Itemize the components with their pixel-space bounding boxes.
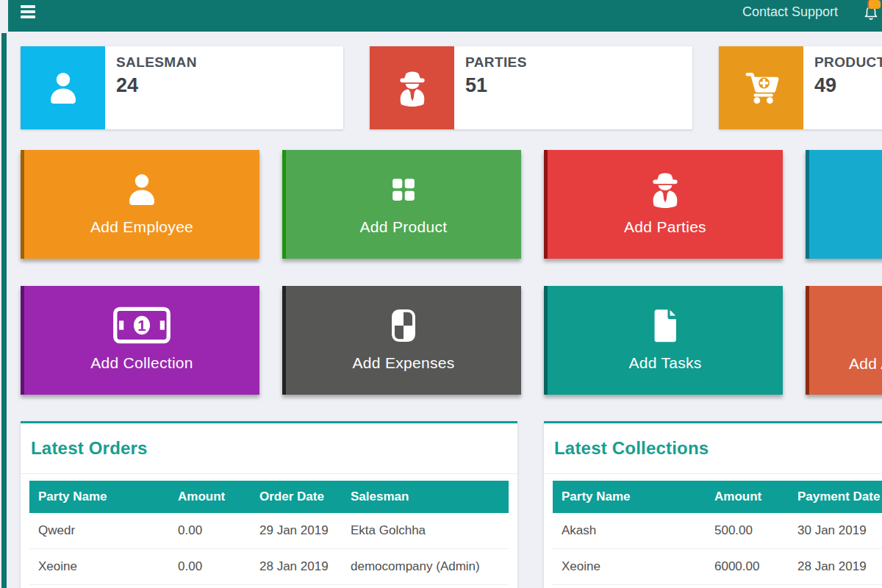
action-label: Add Parties [624,218,706,236]
stat-card-parties[interactable]: PARTIES 51 [370,46,692,129]
table-row: Qwedr 0.00 29 Jan 2019 Ekta Golchha [29,513,509,549]
action-button-clipped-2[interactable]: Add A [806,286,882,395]
stat-value: 49 [814,74,882,97]
svg-text:1: 1 [137,318,146,334]
panel-title: Latest Collections [544,423,882,474]
notification-badge [867,0,881,9]
cell-party-name: Xeoine [29,549,169,585]
column-header: Amount [169,481,251,513]
latest-collections-panel: Latest Collections Party Name Amount Pay… [544,421,882,588]
cell-amount: 0.00 [169,549,251,585]
notification-bell-icon[interactable] [862,4,880,23]
latest-orders-table: Party Name Amount Order Date Salesman Qw… [29,481,509,585]
add-product-button[interactable]: Add Product [282,150,521,259]
column-header: Payment Date [789,481,882,513]
table-header-row: Party Name Amount Order Date Salesman [29,481,509,513]
hamburger-menu-icon[interactable] [21,5,35,20]
stat-label: PARTIES [465,54,527,71]
latest-orders-panel: Latest Orders Party Name Amount Order Da… [21,421,517,588]
sidebar-edge [1,33,7,588]
action-label: Add A [849,355,882,373]
stat-card-salesman[interactable]: SALESMAN 24 [21,46,343,129]
cell-amount: 6000.00 [706,549,789,585]
panel-title: Latest Orders [21,423,517,474]
stat-label: PRODUCTS [814,54,882,71]
checkerboard-icon [383,304,424,346]
latest-collections-table: Party Name Amount Payment Date Akash 500… [553,481,882,585]
add-employee-button[interactable]: Add Employee [21,150,259,259]
column-header: Order Date [251,481,342,513]
user-icon [121,168,162,210]
add-expenses-button[interactable]: Add Expenses [282,286,521,395]
add-collection-button[interactable]: 1 Add Collection [21,286,259,395]
column-header: Party Name [553,481,706,513]
spy-icon [645,168,686,210]
cell-party-name: Akash [553,513,706,549]
cell-salesman: democompany (Admin) [342,549,509,585]
file-icon [645,304,686,346]
cell-order-date: 28 Jan 2019 [251,549,342,585]
cell-amount: 0.00 [169,513,251,549]
column-header: Amount [706,481,789,513]
cell-party-name: Qwedr [29,513,169,549]
add-tasks-button[interactable]: Add Tasks [544,286,783,395]
table-row: Xeoine 0.00 28 Jan 2019 democompany (Adm… [29,549,509,585]
cell-payment-date: 30 Jan 2019 [789,513,882,549]
stat-value: 24 [116,74,197,97]
user-icon [21,46,105,129]
cell-order-date: 29 Jan 2019 [251,513,342,549]
action-label: Add Collection [90,354,193,372]
action-label: Add Expenses [352,354,454,372]
cart-plus-icon [719,46,803,129]
cell-party-name: Xeoine [553,549,706,585]
column-header: Salesman [342,481,509,513]
action-button-clipped[interactable] [806,150,882,259]
action-label: Add Product [360,218,448,236]
spy-icon [370,46,454,129]
cell-amount: 500.00 [706,513,789,549]
action-label: Add Tasks [628,354,701,372]
stat-value: 51 [465,74,527,97]
add-parties-button[interactable]: Add Parties [544,150,783,259]
contact-support-link[interactable]: Contact Support [742,0,838,24]
stat-card-products[interactable]: PRODUCTS 49 [719,46,882,129]
table-row: Xeoine 6000.00 28 Jan 2019 [553,549,882,585]
cell-payment-date: 28 Jan 2019 [789,549,882,585]
stat-label: SALESMAN [116,54,197,71]
table-header-row: Party Name Amount Payment Date [553,481,882,513]
column-header: Party Name [29,481,169,513]
cell-salesman: Ekta Golchha [342,513,509,549]
table-row: Akash 500.00 30 Jan 2019 [553,513,882,549]
money-bill-icon: 1 [113,304,171,346]
action-label: Add Employee [90,218,193,236]
top-navbar: Contact Support [8,0,882,32]
grid-icon [383,168,424,210]
